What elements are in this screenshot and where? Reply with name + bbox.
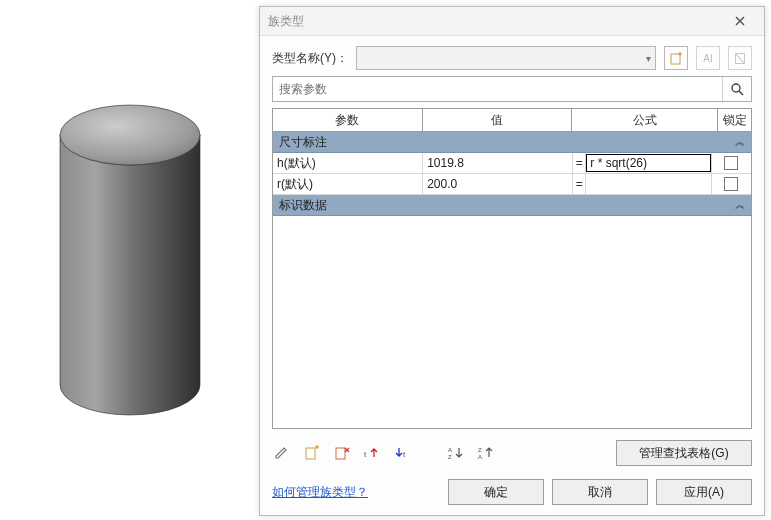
- type-name-row: 类型名称(Y)： ▾ AI: [272, 46, 752, 70]
- group-label: 标识数据: [279, 197, 327, 214]
- dialog-footer: 如何管理族类型？ 确定 取消 应用(A): [272, 473, 752, 509]
- cylinder-model: [50, 80, 210, 440]
- move-up-button[interactable]: t: [362, 443, 382, 463]
- chevron-down-icon: ▾: [646, 53, 651, 64]
- apply-button[interactable]: 应用(A): [656, 479, 752, 505]
- svg-text:A: A: [448, 447, 452, 453]
- cell-lock[interactable]: [712, 174, 751, 194]
- titlebar: 族类型: [260, 7, 764, 36]
- cell-formula[interactable]: =: [573, 174, 711, 194]
- table-row: h(默认) 1019.8 = r * sqrt(26): [273, 153, 751, 174]
- edit-param-button[interactable]: [272, 443, 292, 463]
- delete-param-icon: [334, 445, 350, 461]
- cell-lock[interactable]: [712, 153, 751, 173]
- delete-type-icon: [733, 51, 747, 65]
- close-button[interactable]: [724, 11, 756, 31]
- svg-rect-11: [336, 448, 345, 459]
- rename-type-icon: AI: [703, 53, 712, 64]
- group-label: 尺寸标注: [279, 134, 327, 151]
- svg-line-5: [736, 54, 744, 63]
- search-button[interactable]: [722, 77, 751, 101]
- cancel-button[interactable]: 取消: [552, 479, 648, 505]
- move-down-icon: t: [394, 445, 410, 461]
- group-dimensions[interactable]: 尺寸标注 ︽: [273, 132, 751, 153]
- svg-rect-8: [306, 448, 315, 459]
- search-input[interactable]: [273, 77, 722, 101]
- svg-point-6: [732, 84, 740, 92]
- pencil-icon: [274, 445, 290, 461]
- sort-asc-icon: A Z: [448, 445, 464, 461]
- table-row: r(默认) 200.0 =: [273, 174, 751, 195]
- manage-lookup-button[interactable]: 管理查找表格(G): [616, 440, 752, 466]
- search-row: [272, 76, 752, 102]
- family-types-dialog: 族类型 类型名称(Y)： ▾ AI: [259, 6, 765, 516]
- header-formula[interactable]: 公式: [572, 109, 718, 131]
- header-value[interactable]: 值: [423, 109, 573, 131]
- formula-value[interactable]: r * sqrt(26): [586, 154, 710, 172]
- help-link[interactable]: 如何管理族类型？: [272, 484, 368, 501]
- new-type-icon: [669, 51, 683, 65]
- svg-point-0: [60, 105, 200, 165]
- svg-text:t: t: [403, 450, 406, 459]
- header-param[interactable]: 参数: [273, 109, 423, 131]
- type-name-label: 类型名称(Y)：: [272, 50, 348, 67]
- group-identity[interactable]: 标识数据 ︽: [273, 195, 751, 216]
- cell-value[interactable]: 200.0: [423, 174, 573, 194]
- svg-text:Z: Z: [478, 447, 482, 453]
- svg-rect-3: [671, 54, 680, 64]
- sort-asc-button[interactable]: A Z: [446, 443, 466, 463]
- cell-param[interactable]: r(默认): [273, 174, 423, 194]
- model-viewport: [0, 0, 259, 520]
- sort-desc-icon: Z A: [478, 445, 494, 461]
- table-header-row: 参数 值 公式 锁定: [273, 109, 751, 132]
- delete-type-button[interactable]: [728, 46, 752, 70]
- svg-text:A: A: [478, 454, 482, 460]
- new-type-button[interactable]: [664, 46, 688, 70]
- header-lock[interactable]: 锁定: [718, 109, 751, 131]
- svg-text:Z: Z: [448, 454, 452, 460]
- type-name-combo[interactable]: ▾: [356, 46, 656, 70]
- search-icon: [730, 82, 744, 96]
- move-down-button[interactable]: t: [392, 443, 412, 463]
- collapse-icon: ︽: [735, 198, 745, 212]
- formula-value[interactable]: [586, 174, 710, 194]
- equals-icon: =: [573, 153, 586, 173]
- svg-line-7: [739, 91, 743, 95]
- ok-button[interactable]: 确定: [448, 479, 544, 505]
- delete-param-button[interactable]: [332, 443, 352, 463]
- rename-type-button[interactable]: AI: [696, 46, 720, 70]
- cell-param[interactable]: h(默认): [273, 153, 423, 173]
- svg-text:t: t: [364, 450, 367, 459]
- new-param-button[interactable]: [302, 443, 322, 463]
- cell-formula[interactable]: = r * sqrt(26): [573, 153, 711, 173]
- param-toolbar: t t A Z Z A: [272, 435, 752, 467]
- equals-icon: =: [573, 174, 586, 194]
- table-empty-area: [273, 216, 751, 428]
- sort-desc-button[interactable]: Z A: [476, 443, 496, 463]
- cell-value[interactable]: 1019.8: [423, 153, 573, 173]
- parameter-table: 参数 值 公式 锁定 尺寸标注 ︽ h(默认) 1019.8 = r * sqr…: [272, 108, 752, 429]
- lock-checkbox[interactable]: [724, 156, 738, 170]
- move-up-icon: t: [364, 445, 380, 461]
- close-icon: [735, 16, 745, 26]
- dialog-title: 族类型: [268, 13, 724, 30]
- lock-checkbox[interactable]: [724, 177, 738, 191]
- new-param-icon: [304, 445, 320, 461]
- collapse-icon: ︽: [735, 135, 745, 149]
